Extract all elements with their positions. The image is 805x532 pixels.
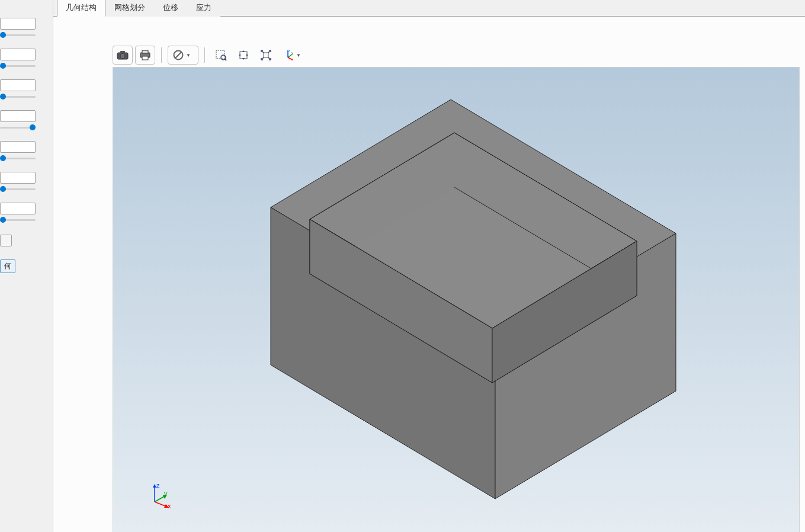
param-slider-6[interactable] — [0, 188, 36, 191]
viewport-toolbar: ▼ — [113, 43, 805, 67]
fit-view-icon — [260, 49, 272, 61]
param-input-5[interactable] — [0, 141, 36, 153]
button-group — [0, 235, 50, 248]
hide-show-dropdown[interactable]: ▼ — [168, 46, 198, 65]
tab-mesh[interactable]: 网格划分 — [105, 0, 154, 17]
svg-rect-5 — [142, 50, 148, 53]
param-input-7[interactable] — [0, 203, 36, 214]
geometry-model — [267, 97, 694, 500]
viewport-3d[interactable]: z y x — [113, 67, 800, 532]
geometry-button[interactable]: 何 — [0, 259, 15, 273]
param-input-1[interactable] — [0, 18, 36, 30]
toolbar-separator-1 — [161, 47, 162, 63]
param-slider-1[interactable] — [0, 34, 36, 37]
snapshot-button[interactable] — [113, 46, 133, 65]
param-slider-7[interactable] — [0, 219, 36, 222]
param-input-3[interactable] — [0, 79, 36, 91]
zoom-select-button[interactable] — [211, 46, 231, 65]
camera-icon — [117, 50, 129, 60]
main-area: 几何结构 网格划分 位移 应力 — [53, 0, 805, 532]
svg-rect-6 — [142, 56, 148, 60]
svg-line-8 — [175, 52, 181, 58]
print-button[interactable] — [135, 46, 155, 65]
print-icon — [139, 50, 151, 60]
axis-orientation-icon: z y x — [282, 49, 294, 61]
svg-point-3 — [121, 55, 124, 57]
view-orientation-dropdown[interactable]: z y x ▼ — [278, 46, 307, 65]
axis-z-label: z — [156, 482, 160, 489]
axis-x-label: x — [168, 502, 171, 509]
caret-down-icon: ▼ — [294, 53, 303, 58]
content-area: ▼ — [53, 17, 805, 532]
no-entry-icon — [173, 50, 184, 60]
caret-down-icon: ▼ — [184, 53, 193, 58]
geometry-button-wrap: 何 — [0, 259, 50, 273]
tab-geometry[interactable]: 几何结构 — [57, 0, 105, 17]
param-slider-2[interactable] — [0, 65, 36, 68]
tab-bar: 几何结构 网格划分 位移 应力 — [53, 0, 805, 17]
pan-button[interactable] — [233, 46, 254, 65]
param-input-2[interactable] — [0, 49, 36, 60]
tab-displacement[interactable]: 位移 — [154, 0, 187, 17]
tab-stress[interactable]: 应力 — [187, 0, 220, 17]
input-group-2 — [0, 49, 50, 68]
param-slider-4[interactable] — [0, 127, 36, 129]
param-input-6[interactable] — [0, 172, 36, 184]
fit-view-button[interactable] — [256, 46, 276, 65]
svg-line-41 — [155, 502, 166, 507]
toolbar-separator-2 — [204, 47, 205, 63]
input-group-7 — [0, 203, 50, 222]
axis-y-label: y — [164, 490, 168, 497]
svg-text:z: z — [288, 49, 290, 52]
svg-text:x: x — [291, 57, 293, 61]
param-input-4[interactable] — [0, 110, 36, 122]
input-group-6 — [0, 172, 50, 191]
input-group-4 — [0, 110, 50, 129]
svg-rect-12 — [240, 52, 247, 59]
param-slider-3[interactable] — [0, 96, 36, 98]
svg-point-10 — [221, 55, 226, 60]
left-sidebar: 何 — [0, 0, 53, 532]
pan-icon — [238, 49, 249, 61]
input-group-3 — [0, 79, 50, 98]
svg-text:y: y — [291, 51, 293, 55]
param-slider-5[interactable] — [0, 158, 36, 160]
svg-rect-13 — [264, 53, 268, 57]
svg-rect-1 — [120, 51, 125, 53]
zoom-select-icon — [215, 49, 227, 61]
small-action-button[interactable] — [0, 235, 12, 246]
input-group-1 — [0, 18, 50, 37]
svg-rect-9 — [216, 50, 224, 59]
svg-line-11 — [225, 59, 226, 60]
input-group-5 — [0, 141, 50, 160]
axis-indicator: z y x — [147, 483, 174, 511]
